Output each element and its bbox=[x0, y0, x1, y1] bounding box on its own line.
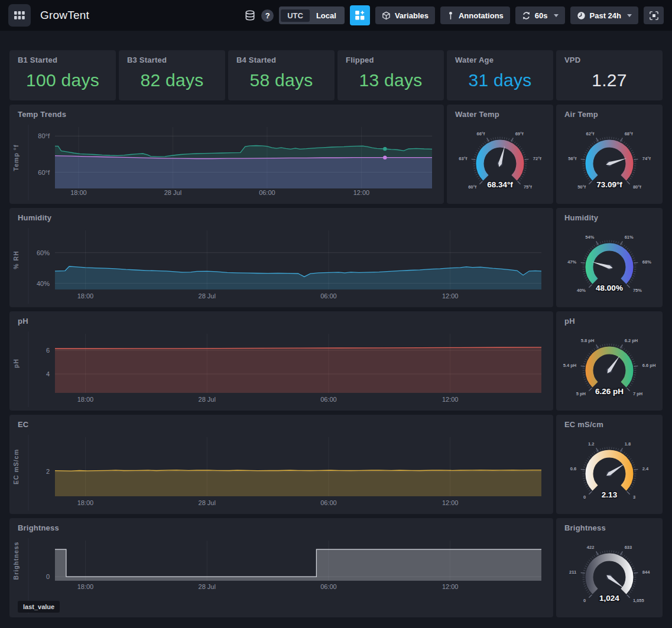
svg-text:18:00: 18:00 bbox=[77, 292, 94, 300]
humidity-chart[interactable]: 18:0028 Jul06:0012:0040%60%% RH bbox=[9, 226, 553, 307]
svg-text:06:00: 06:00 bbox=[320, 583, 337, 590]
cube-icon bbox=[382, 11, 391, 20]
fullscreen-icon bbox=[649, 11, 659, 21]
svg-text:6.26 pH: 6.26 pH bbox=[595, 387, 624, 396]
svg-text:28 Jul: 28 Jul bbox=[199, 499, 216, 506]
panel-brightness-gauge: Brightness 02114226338441,0551,024 bbox=[556, 518, 663, 617]
legend-last-value[interactable]: last_value bbox=[18, 601, 60, 613]
svg-text:12:00: 12:00 bbox=[353, 189, 370, 196]
panel-brightness: Brightness 18:0028 Jul06:0012:000Brightn… bbox=[9, 518, 553, 617]
dashboard-title: GrowTent bbox=[40, 9, 89, 22]
svg-text:6.6 pH: 6.6 pH bbox=[642, 363, 656, 368]
panel-humidity: Humidity 18:0028 Jul06:0012:0040%60%% RH bbox=[9, 208, 553, 307]
panel-ec-gauge: EC mS/cm 00.61.21.82.432.13 bbox=[556, 415, 663, 514]
add-cell-button[interactable] bbox=[350, 5, 370, 25]
svg-text:12:00: 12:00 bbox=[442, 499, 459, 506]
refresh-interval-dropdown[interactable]: 60s bbox=[515, 6, 565, 24]
svg-text:06:00: 06:00 bbox=[320, 396, 337, 403]
dashboards-menu-button[interactable] bbox=[8, 4, 31, 27]
temp-trends-chart[interactable]: 18:0028 Jul06:0012:0060°f80°fTemp °f bbox=[9, 122, 444, 204]
air-temp-gauge[interactable]: 50°f56°f62°f68°f74°f80°f73.09°f bbox=[556, 119, 663, 200]
annotations-button[interactable]: Annotations bbox=[440, 6, 510, 24]
panel-title: Flipped bbox=[337, 50, 444, 64]
timezone-utc-option[interactable]: UTC bbox=[281, 9, 310, 22]
panel-ph: pH 18:0028 Jul06:0012:0046pH bbox=[9, 311, 553, 411]
svg-text:Temp °f: Temp °f bbox=[12, 145, 20, 171]
database-icon bbox=[244, 9, 256, 21]
dashboard-grid-icon bbox=[14, 11, 25, 19]
svg-text:60°f: 60°f bbox=[38, 169, 50, 176]
panel-title: VPD bbox=[556, 50, 663, 64]
help-button[interactable]: ? bbox=[261, 9, 274, 22]
stat-value: 58 days bbox=[228, 64, 335, 100]
stat-b3-started[interactable]: B3 Started 82 days bbox=[119, 50, 225, 100]
stat-b1-started[interactable]: B1 Started 100 days bbox=[9, 50, 116, 100]
svg-text:Brightness: Brightness bbox=[12, 542, 20, 580]
stat-flipped[interactable]: Flipped 13 days bbox=[337, 50, 444, 100]
svg-text:63°f: 63°f bbox=[459, 156, 467, 161]
svg-text:0: 0 bbox=[46, 573, 50, 580]
svg-text:73.09°f: 73.09°f bbox=[596, 180, 622, 189]
navbar: GrowTent ? UTC Local bbox=[0, 0, 672, 31]
svg-text:60%: 60% bbox=[37, 249, 50, 256]
svg-text:1,055: 1,055 bbox=[633, 598, 644, 603]
variables-button[interactable]: Variables bbox=[375, 6, 435, 24]
panel-title: Temp Trends bbox=[9, 105, 444, 119]
fullscreen-button[interactable] bbox=[644, 6, 664, 24]
time-range-dropdown[interactable]: Past 24h bbox=[570, 6, 638, 24]
svg-text:2.13: 2.13 bbox=[602, 490, 618, 499]
svg-text:50°f: 50°f bbox=[577, 184, 586, 190]
svg-text:06:00: 06:00 bbox=[259, 189, 275, 196]
stat-value: 31 days bbox=[447, 64, 553, 100]
panel-title: Humidity bbox=[9, 208, 553, 222]
stat-water-age[interactable]: Water Age 31 days bbox=[447, 50, 553, 100]
svg-text:633: 633 bbox=[625, 545, 632, 550]
brightness-gauge[interactable]: 02114226338441,0551,024 bbox=[556, 532, 663, 614]
svg-text:40%: 40% bbox=[577, 288, 586, 293]
svg-text:5.4 pH: 5.4 pH bbox=[563, 363, 577, 368]
svg-text:5.8 pH: 5.8 pH bbox=[581, 338, 595, 343]
timezone-local-option[interactable]: Local bbox=[310, 9, 343, 22]
svg-text:56°f: 56°f bbox=[568, 156, 576, 161]
ec-gauge[interactable]: 00.61.21.82.432.13 bbox=[556, 429, 663, 510]
svg-text:06:00: 06:00 bbox=[320, 499, 337, 506]
svg-text:1,024: 1,024 bbox=[599, 594, 619, 603]
svg-text:2: 2 bbox=[46, 468, 50, 475]
humidity-gauge[interactable]: 40%47%54%61%68%75%48.00% bbox=[556, 222, 663, 304]
svg-text:18:00: 18:00 bbox=[70, 189, 87, 196]
refresh-icon bbox=[522, 11, 531, 20]
water-temp-gauge[interactable]: 60°f63°f66°f69°f72°f75°f68.34°f bbox=[447, 119, 553, 200]
panel-ec: EC 18:0028 Jul06:0012:002EC mS/cm bbox=[9, 415, 553, 514]
timezone-toggle[interactable]: UTC Local bbox=[279, 6, 345, 24]
svg-text:75%: 75% bbox=[633, 288, 642, 293]
svg-text:12:00: 12:00 bbox=[442, 292, 459, 300]
panel-title: pH bbox=[9, 311, 553, 326]
stat-b4-started[interactable]: B4 Started 58 days bbox=[228, 50, 335, 100]
datasource-button[interactable] bbox=[244, 9, 256, 21]
svg-text:6: 6 bbox=[46, 347, 50, 354]
ec-chart[interactable]: 18:0028 Jul06:0012:002EC mS/cm bbox=[9, 432, 553, 514]
ph-chart[interactable]: 18:0028 Jul06:0012:0046pH bbox=[9, 329, 553, 411]
svg-text:18:00: 18:00 bbox=[77, 396, 94, 403]
svg-text:0: 0 bbox=[583, 494, 586, 500]
svg-text:48.00%: 48.00% bbox=[596, 284, 623, 292]
svg-text:06:00: 06:00 bbox=[320, 292, 337, 300]
svg-text:54%: 54% bbox=[585, 235, 594, 240]
panel-title: B3 Started bbox=[119, 50, 225, 64]
stat-vpd[interactable]: VPD 1.27 bbox=[556, 50, 663, 100]
svg-text:pH: pH bbox=[12, 359, 20, 368]
brightness-chart[interactable]: 18:0028 Jul06:0012:000Brightness bbox=[9, 536, 553, 617]
panel-air-temp-gauge: Air Temp 50°f56°f62°f68°f74°f80°f73.09°f bbox=[556, 105, 663, 204]
stat-value: 100 days bbox=[9, 64, 116, 100]
question-mark-icon: ? bbox=[265, 11, 270, 20]
svg-text:% RH: % RH bbox=[12, 250, 20, 269]
stat-value: 13 days bbox=[337, 64, 444, 100]
panel-title: Brightness bbox=[9, 518, 553, 532]
variables-label: Variables bbox=[395, 11, 428, 20]
svg-text:75°f: 75°f bbox=[524, 184, 532, 190]
ph-gauge[interactable]: 5 pH5.4 pH5.8 pH6.2 pH6.6 pH7 pH6.26 pH bbox=[556, 326, 663, 407]
svg-text:4: 4 bbox=[46, 370, 50, 378]
svg-text:2.4: 2.4 bbox=[642, 466, 649, 471]
panel-title: B1 Started bbox=[9, 50, 116, 64]
svg-text:0: 0 bbox=[583, 598, 586, 603]
